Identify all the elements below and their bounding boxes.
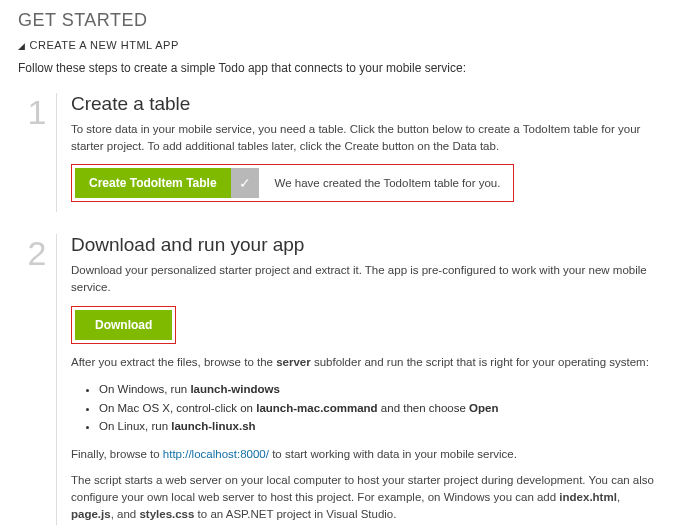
finally-note: Finally, browse to http://localhost:8000… (71, 446, 665, 463)
list-item: On Linux, run launch-linux.sh (99, 417, 665, 435)
extract-note: After you extract the files, browse to t… (71, 354, 665, 371)
checkmark-icon: ✓ (231, 168, 259, 198)
intro-text: Follow these steps to create a simple To… (18, 61, 665, 75)
subheader-text: CREATE A NEW HTML APP (30, 39, 179, 51)
download-button[interactable]: Download (75, 310, 172, 340)
caret-icon: ◢ (18, 41, 26, 51)
step-number: 2 (18, 234, 56, 525)
page-section-title: GET STARTED (18, 10, 665, 31)
create-table-button[interactable]: Create TodoItem Table (75, 168, 231, 198)
status-text: We have created the TodoItem table for y… (275, 177, 501, 189)
step-1: 1 Create a table To store data in your m… (18, 93, 665, 212)
step-description: To store data in your mobile service, yo… (71, 121, 665, 154)
step-title: Download and run your app (71, 234, 665, 256)
list-item: On Windows, run launch-windows (99, 380, 665, 398)
step-2: 2 Download and run your app Download you… (18, 234, 665, 525)
highlight-box: Download (71, 306, 176, 344)
page-subheader[interactable]: ◢CREATE A NEW HTML APP (18, 39, 665, 51)
step-description: Download your personalized starter proje… (71, 262, 665, 295)
step-title: Create a table (71, 93, 665, 115)
localhost-link[interactable]: http://localhost:8000/ (163, 448, 269, 460)
list-item: On Mac OS X, control-click on launch-mac… (99, 399, 665, 417)
os-script-list: On Windows, run launch-windows On Mac OS… (71, 380, 665, 435)
script-note: The script starts a web server on your l… (71, 472, 665, 522)
step-number: 1 (18, 93, 56, 212)
highlight-box: Create TodoItem Table ✓ We have created … (71, 164, 514, 202)
